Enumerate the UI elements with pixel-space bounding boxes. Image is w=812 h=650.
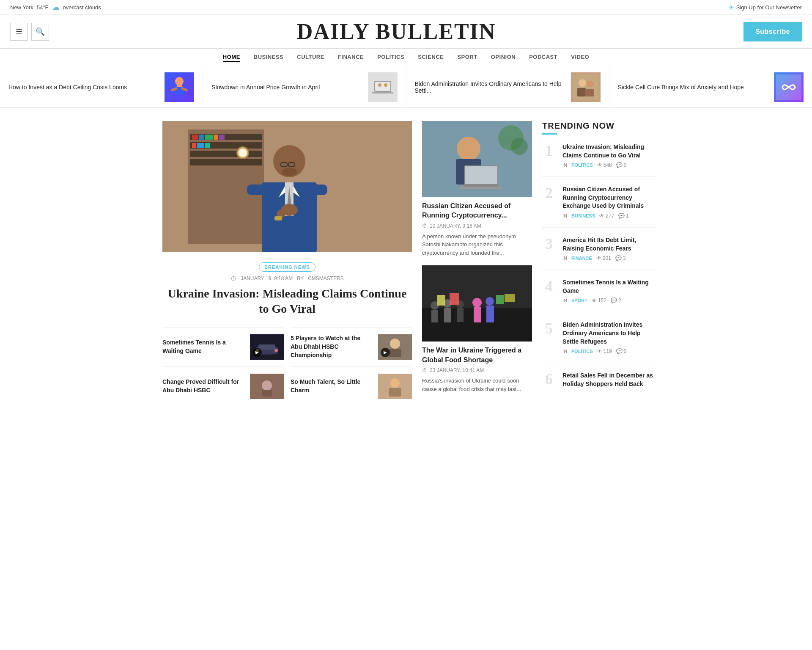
svg-point-84 xyxy=(486,297,494,306)
svg-rect-83 xyxy=(474,307,481,322)
nav-item-politics[interactable]: POLITICS xyxy=(377,54,404,62)
trending-item-3[interactable]: 3 America Hit Its Debt Limit, Raising Ec… xyxy=(542,236,656,270)
ticker-item-2[interactable]: Slowdown in Annual Price Growth in April xyxy=(203,67,406,107)
mid-thumb-crypto xyxy=(422,121,532,197)
trending-cat-2: BUSINESS xyxy=(571,213,595,218)
newsletter-icon: ✈ xyxy=(728,3,734,11)
play-button-3[interactable]: ▶ xyxy=(381,348,390,357)
svg-rect-23 xyxy=(199,135,204,140)
svg-rect-75 xyxy=(431,310,438,322)
trending-item-5[interactable]: 5 Biden Administration Invites Ordinary … xyxy=(542,321,656,363)
nav-item-sport[interactable]: SPORT xyxy=(457,54,477,62)
in-label-3: IN xyxy=(562,256,567,261)
mid-meta-war: ⏱ 23 JANUARY, 10:41 AM xyxy=(422,367,532,373)
nav-item-podcast[interactable]: PODCAST xyxy=(529,54,557,62)
trending-comments-4: 💬 2 xyxy=(611,297,621,303)
trending-views-4: 👁 152 xyxy=(592,297,606,303)
trending-item-4[interactable]: 4 Sometimes Tennis Is a Waiting Game IN … xyxy=(542,278,656,312)
trending-item-title-5: Biden Administration Invites Ordinary Am… xyxy=(562,321,656,346)
temperature: 54°F xyxy=(37,4,49,11)
menu-button[interactable]: ☰ xyxy=(10,23,28,41)
ticker-item-4[interactable]: Sickle Cell Cure Brings Mix of Anxiety a… xyxy=(609,67,812,107)
mid-article-war[interactable]: The War in Ukraine Triggered a Global Fo… xyxy=(422,265,532,393)
trending-item-title-1: Ukraine Invasion: Misleading Claims Cont… xyxy=(562,143,656,160)
trending-content-1: Ukraine Invasion: Misleading Claims Cont… xyxy=(562,143,656,168)
trending-item-title-4: Sometimes Tennis Is a Waiting Game xyxy=(562,278,656,295)
trending-views-1: 👁 548 xyxy=(597,162,612,168)
featured-badge-wrap: BREAKING NEWS xyxy=(162,252,412,275)
mid-date-crypto: 10 JANUARY, 9:16 AM xyxy=(430,223,481,229)
ticker-text-4: Sickle Cell Cure Brings Mix of Anxiety a… xyxy=(618,84,769,91)
nav-item-culture[interactable]: CULTURE xyxy=(297,54,324,62)
site-title: Daily Bulletin xyxy=(49,19,743,44)
svg-rect-79 xyxy=(457,308,464,322)
trending-content-4: Sometimes Tennis Is a Waiting Game IN SP… xyxy=(562,278,656,303)
trending-cat-5: POLITICS xyxy=(571,349,593,354)
in-label-1: IN xyxy=(562,162,567,168)
svg-point-71 xyxy=(511,138,528,155)
mid-excerpt-war: Russia's invasion of Ukraine could soon … xyxy=(422,377,532,393)
eye-icon-5: 👁 xyxy=(597,348,602,354)
trending-item-2[interactable]: 2 Russian Citizen Accused of Running Cry… xyxy=(542,185,656,228)
nav-item-business[interactable]: BUSINESS xyxy=(254,54,283,62)
svg-rect-77 xyxy=(444,308,451,322)
eye-icon-2: 👁 xyxy=(599,213,604,219)
small-article-abu-dhabi[interactable]: Change Proved Difficult for Abu Dhabi HS… xyxy=(162,367,284,406)
comment-icon-1: 💬 xyxy=(616,162,623,168)
subscribe-button[interactable]: Subscribe xyxy=(743,22,802,41)
svg-point-65 xyxy=(457,137,480,160)
small-art-thumb-4 xyxy=(378,374,412,399)
main-content: BREAKING NEWS ⏱ JANUARY 19, 9:18 AM BY C… xyxy=(152,107,660,408)
newsletter-link[interactable]: ✈ Sign Up for Our Newsletter xyxy=(728,3,802,11)
ticker-item-3[interactable]: Biden Administration Invites Ordinary Am… xyxy=(406,67,609,107)
header-controls: ☰ 🔍 xyxy=(10,23,49,41)
weather-info: New York 54°F ☁ overcast clouds xyxy=(10,3,101,12)
mid-article-crypto[interactable]: Russian Citizen Accused of Running Crypt… xyxy=(422,121,532,257)
ticker-text-1: How to Invest as a Debt Ceiling Crisis L… xyxy=(8,84,159,91)
mid-thumb-war xyxy=(422,265,532,342)
search-button[interactable]: 🔍 xyxy=(31,23,49,41)
svg-rect-6 xyxy=(375,82,390,91)
by-label: BY xyxy=(297,275,304,281)
trending-num-2: 2 xyxy=(542,185,556,219)
in-label-4: IN xyxy=(562,298,567,303)
trending-item-title-3: America Hit Its Debt Limit, Raising Econ… xyxy=(562,236,656,253)
ticker-text-3: Biden Administration Invites Ordinary Am… xyxy=(415,80,566,94)
nav-item-video[interactable]: VIDEO xyxy=(571,54,589,62)
trending-cat-1: POLITICS xyxy=(571,162,593,168)
trending-item-6[interactable]: 6 Retail Sales Fell in December as Holid… xyxy=(542,372,656,399)
top-bar: New York 54°F ☁ overcast clouds ✈ Sign U… xyxy=(0,0,812,15)
small-article-sometimes-tennis[interactable]: Sometimes Tennis Is a Waiting Game ▶ xyxy=(162,327,284,367)
svg-point-31 xyxy=(239,149,247,157)
small-art-text-1: Sometimes Tennis Is a Waiting Game xyxy=(162,339,243,355)
trending-num-3: 3 xyxy=(542,236,556,261)
trending-tags-5: IN POLITICS 👁 119 💬 0 xyxy=(562,348,656,354)
ticker-strip: How to Invest as a Debt Ceiling Crisis L… xyxy=(0,67,812,107)
small-article-so-much-talent[interactable]: So Much Talent, So Little Charm xyxy=(291,367,412,406)
nav-item-science[interactable]: SCIENCE xyxy=(418,54,444,62)
trending-tags-4: IN SPORT 👁 152 💬 2 xyxy=(562,297,656,303)
trending-num-4: 4 xyxy=(542,278,556,303)
svg-rect-21 xyxy=(190,159,262,165)
trending-item-title-6: Retail Sales Fell in December as Holiday… xyxy=(562,372,656,388)
ticker-item-1[interactable]: How to Invest as a Debt Ceiling Crisis L… xyxy=(0,67,203,107)
play-button-1[interactable]: ▶ xyxy=(252,348,262,357)
trending-comments-2: 💬 1 xyxy=(618,213,629,219)
svg-rect-47 xyxy=(274,216,282,220)
nav-item-finance[interactable]: FINANCE xyxy=(338,54,364,62)
mid-title-crypto: Russian Citizen Accused of Running Crypt… xyxy=(422,201,532,220)
svg-rect-62 xyxy=(389,388,401,397)
svg-point-8 xyxy=(378,83,381,87)
mid-excerpt-crypto: A person known under the pseudonym Satos… xyxy=(422,232,532,257)
featured-title[interactable]: Ukraine Invasion: Misleading Claims Cont… xyxy=(162,286,412,317)
trending-item-1[interactable]: 1 Ukraine Invasion: Misleading Claims Co… xyxy=(542,143,656,177)
featured-image xyxy=(162,121,412,252)
nav-item-opinion[interactable]: OPINION xyxy=(491,54,516,62)
featured-meta: ⏱ JANUARY 19, 9:18 AM BY CMSMASTERS xyxy=(162,275,412,282)
ticker-text-2: Slowdown in Annual Price Growth in April xyxy=(211,84,362,91)
svg-point-82 xyxy=(472,298,482,307)
small-article-5-players[interactable]: 5 Players to Watch at the Abu Dhabi HSBC… xyxy=(291,327,412,367)
trending-item-title-2: Russian Citizen Accused of Running Crypt… xyxy=(562,185,656,210)
nav-item-home[interactable]: HOME xyxy=(223,54,240,62)
comment-icon-4: 💬 xyxy=(611,297,617,303)
